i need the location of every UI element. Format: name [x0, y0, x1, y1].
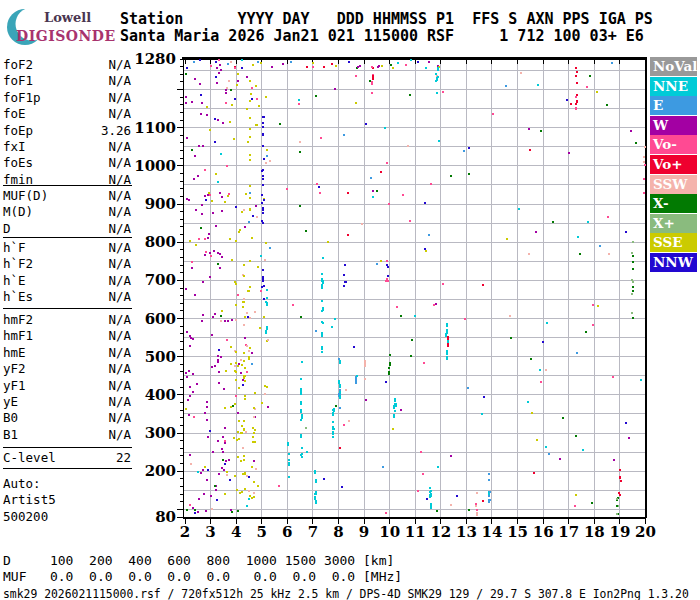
x-tick-label: 13	[456, 523, 477, 541]
legend-item-x: X+	[650, 214, 697, 233]
y-tick-label: 600	[145, 310, 176, 328]
d-row: D 100 200 400 600 800 1000 1500 3000 [km…	[3, 553, 394, 568]
ionogram-plot: 1280110010009008007006005004003002008023…	[0, 0, 700, 600]
y-tick-label: 1280	[134, 50, 176, 68]
ionogram-screen: Lowell DIGISONDE Station YYYY DAY DDD HH…	[0, 0, 700, 600]
muf-row: MUF 0.0 0.0 0.0 0.0 0.0 0.0 0.0 0.0 [MHz…	[3, 569, 402, 584]
y-tick-label: 1000	[134, 157, 176, 175]
x-tick-label: 9	[359, 523, 369, 541]
x-tick-label: 7	[308, 523, 318, 541]
legend-item-e: E	[650, 96, 697, 115]
y-tick-label: 500	[145, 348, 176, 366]
x-tick-label: 17	[558, 523, 579, 541]
legend-item-noval: NoVal	[650, 57, 697, 76]
legend-item-vo: Vo-	[650, 135, 697, 154]
x-tick-label: 20	[635, 523, 656, 541]
x-tick-label: 5	[257, 523, 267, 541]
x-tick-label: 19	[609, 523, 630, 541]
y-tick-label: 800	[145, 233, 176, 251]
legend-item-sse: SSE	[650, 233, 697, 252]
y-tick-label: 80	[155, 508, 176, 526]
y-tick-label: 400	[145, 386, 176, 404]
x-tick-label: 12	[430, 523, 451, 541]
legend-item-nne: NNE	[650, 77, 697, 96]
x-tick-label: 8	[333, 523, 343, 541]
y-tick-label: 700	[145, 271, 176, 289]
x-tick-label: 10	[379, 523, 400, 541]
y-tick-label: 200	[145, 462, 176, 480]
x-tick-label: 18	[584, 523, 605, 541]
y-tick-label: 1100	[134, 119, 176, 137]
x-tick-label: 16	[533, 523, 554, 541]
x-tick-label: 4	[231, 523, 241, 541]
x-tick-label: 6	[282, 523, 292, 541]
y-tick-label: 900	[145, 195, 176, 213]
legend-item-vo: Vo+	[650, 155, 697, 174]
y-tick-label: 300	[145, 424, 176, 442]
x-tick-label: 14	[482, 523, 503, 541]
status-line: smk29_2026021115000.rsf / 720fx512h 25 k…	[3, 587, 689, 600]
legend-item-w: W	[650, 116, 697, 135]
d-muf-table: D 100 200 400 600 800 1000 1500 3000 [km…	[3, 553, 402, 585]
legend-item-ssw: SSW	[650, 175, 697, 194]
x-tick-label: 2	[180, 523, 190, 541]
x-tick-label: 11	[405, 523, 426, 541]
x-tick-label: 15	[507, 523, 528, 541]
legend-item-x: X-	[650, 194, 697, 213]
legend-item-nnw: NNW	[650, 253, 697, 272]
x-tick-label: 3	[205, 523, 215, 541]
